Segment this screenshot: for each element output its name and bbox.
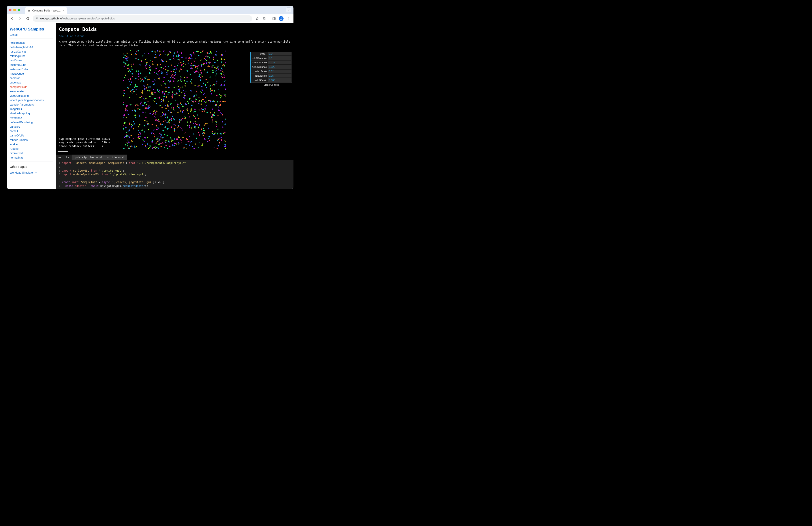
sidebar-github-link[interactable]: Github [10,33,53,37]
address-bar: webgpu.github.io/webgpu-samples/samples/… [6,14,293,23]
sidebar-nav: helloTrianglehelloTriangleMSAAresizeCanv… [10,41,53,160]
controls-label: rule1Distance [251,57,268,59]
sidebar-item-cubemap[interactable]: cubemap [10,80,53,85]
sidebar-item-deferredRendering[interactable]: deferredRendering [10,120,53,125]
controls-label: deltaT [251,52,268,55]
toolbar-right [254,15,291,22]
sidebar-item-A-buffer[interactable]: A-buffer [10,147,53,151]
window-close-icon[interactable] [9,9,12,11]
sidebar-divider-2 [10,161,53,161]
sidebar-item-resizeCanvas[interactable]: resizeCanvas [10,49,53,54]
code-block[interactable]: 1import { assert, makeSample, SampleInit… [56,160,293,189]
controls-close-button[interactable]: Close Controls [250,83,292,87]
code-resize-handle[interactable] [58,151,68,152]
sidebar-item-gameOfLife[interactable]: gameOfLife [10,133,53,138]
kebab-menu-icon[interactable] [285,15,291,22]
sidebar-item-computeBoids[interactable]: computeBoids [10,85,53,89]
page-description: A GPU compute particle simulation that m… [59,40,290,48]
sidebar-item-texturedCube[interactable]: texturedCube [10,63,53,67]
browser-tab[interactable]: Compute Boids - WebGPU S… ✕ [25,7,67,14]
profile-avatar[interactable] [278,15,284,22]
sidebar-item-videoUploading[interactable]: videoUploading [10,94,53,98]
sidebar-item-fractalCube[interactable]: fractalCube [10,72,53,76]
controls-panel: deltaT0.04rule1Distance0.1rule2Distance0… [250,52,292,87]
new-tab-button[interactable] [69,7,75,13]
sidebar-item-bitonicSort[interactable]: bitonicSort [10,151,53,155]
boids-canvas[interactable] [123,51,227,149]
sidebar-item-worker[interactable]: worker [10,142,53,147]
code-tabs: main.tsupdateSprites.wgslsprite.wgsl [56,155,293,160]
controls-label: rule3Distance [251,66,268,68]
url-path: /webgpu-samples/samples/computeBoids [62,17,115,20]
code-line: 8 assert(adapter, 'requestAdapter return… [56,188,293,189]
controls-value-input[interactable]: 0.04 [268,52,291,55]
sidebar-item-videoUploadingWebCodecs[interactable]: videoUploadingWebCodecs [10,98,53,102]
code-tab-updateSprites.wgsl[interactable]: updateSprites.wgsl [72,155,105,160]
code-tab-sprite.wgsl[interactable]: sprite.wgsl [105,155,127,160]
nav-forward-button[interactable] [17,15,23,22]
sidebar: WebGPU Samples Github helloTrianglehello… [6,23,56,189]
sidebar-item-animometer[interactable]: animometer [10,89,53,94]
sidebar-item-particles[interactable]: particles [10,125,53,129]
site-settings-icon[interactable] [35,17,39,20]
controls-value-input[interactable]: 0.025 [268,61,291,64]
sidebar-other-item[interactable]: Workload Simulator ↗ [10,170,53,175]
code-line: 4import updateSpritesWGSL from './update… [56,173,293,176]
code-line: 6const init: SampleInit = async ({ canva… [56,181,293,184]
sidepanel-icon[interactable] [271,15,277,22]
page: WebGPU Samples Github helloTrianglehello… [6,23,293,189]
code-line: 2 [56,165,293,169]
sidebar-item-renderBundles[interactable]: renderBundles [10,138,53,142]
sidebar-divider [10,38,53,39]
tab-close-icon[interactable]: ✕ [63,9,65,12]
nav-reload-button[interactable] [25,15,31,22]
simulation-area: avg compute pass duration: 886µs avg ren… [56,51,293,149]
code-line: 1import { assert, makeSample, SampleInit… [56,161,293,165]
extensions-icon[interactable] [261,15,267,22]
sidebar-item-helloTriangle[interactable]: helloTriangle [10,41,53,45]
svg-point-4 [281,17,281,18]
site-title[interactable]: WebGPU Samples [10,27,53,32]
page-title: Compute Boids [59,27,290,32]
code-line: 7 const adapter = await navigator.gpu.re… [56,184,293,188]
sidebar-other-nav: Workload Simulator ↗ [10,170,53,175]
url-field[interactable]: webgpu.github.io/webgpu-samples/samples/… [33,15,252,22]
code-line: 3import spriteWGSL from './sprite.wgsl'; [56,169,293,173]
sidebar-item-shadowMapping[interactable]: shadowMapping [10,111,53,116]
tab-overflow-button[interactable] [286,8,291,12]
controls-value-input[interactable]: 0.025 [268,65,291,69]
controls-value-input[interactable]: 0.005 [268,79,291,82]
sidebar-item-normalMap[interactable]: normalMap [10,155,53,160]
stats-overlay: avg compute pass duration: 886µs avg ren… [59,137,110,148]
sidebar-item-samplerParameters[interactable]: samplerParameters [10,102,53,107]
window-zoom-icon[interactable] [18,9,20,11]
favicon-icon [27,9,30,12]
sidebar-item-twoCubes[interactable]: twoCubes [10,58,53,63]
sidebar-item-helloTriangleMSAA[interactable]: helloTriangleMSAA [10,45,53,49]
window-minimize-icon[interactable] [13,9,16,11]
sidebar-item-cornell[interactable]: cornell [10,129,53,133]
controls-row-rule2Distance: rule2Distance0.025 [251,60,292,65]
main-content: Compute Boids See it on Github! A GPU co… [56,23,293,189]
svg-point-1 [37,19,37,19]
svg-point-5 [288,17,288,18]
sidebar-item-rotatingCube[interactable]: rotatingCube [10,54,53,58]
code-tab-main.ts[interactable]: main.ts [56,155,72,160]
controls-value-input[interactable]: 0.1 [268,56,291,60]
sidebar-item-instancedCube[interactable]: instancedCube [10,67,53,72]
url-host: webgpu.github.io [40,17,62,20]
nav-back-button[interactable] [9,15,15,22]
controls-label: rule1Scale [251,70,268,73]
controls-value-input[interactable]: 0.02 [268,70,291,73]
controls-value-input[interactable]: 0.05 [268,74,291,77]
controls-row-deltaT: deltaT0.04 [251,52,292,56]
svg-point-7 [288,19,288,20]
tab-title: Compute Boids - WebGPU S… [32,9,61,12]
bookmark-icon[interactable] [254,15,260,22]
browser-window: Compute Boids - WebGPU S… ✕ webgpu.githu… [6,6,293,189]
sidebar-item-cameras[interactable]: cameras [10,76,53,80]
sidebar-item-reversedZ[interactable]: reversedZ [10,116,53,120]
controls-label: rule3Scale [251,79,268,82]
sidebar-item-imageBlur[interactable]: imageBlur [10,107,53,111]
see-on-github-link[interactable]: See it on Github! [59,35,290,38]
